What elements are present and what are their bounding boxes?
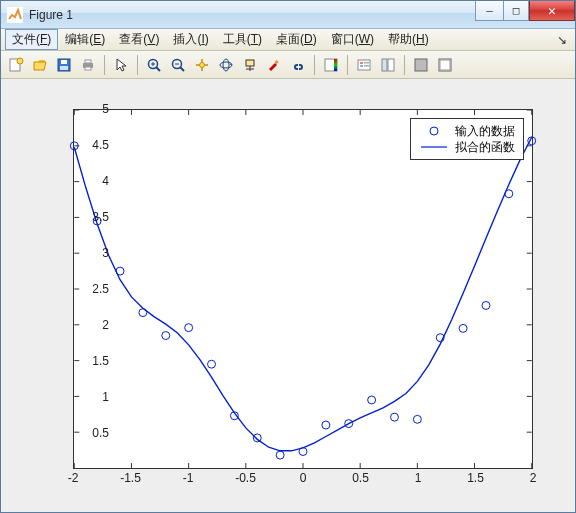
svg-point-15 (200, 62, 205, 67)
toolbar-separator (404, 55, 405, 75)
ytick-label: 3 (69, 246, 109, 260)
legend-icon[interactable] (353, 54, 375, 76)
svg-point-72 (430, 127, 438, 135)
rotate3d-icon[interactable] (215, 54, 237, 76)
menubar: 文件(F)编辑(E)查看(V)插入(I)工具(T)桌面(D)窗口(W)帮助(H)… (1, 29, 575, 51)
menu-d[interactable]: 桌面(D) (269, 29, 324, 50)
ytick-label: 2 (69, 318, 109, 332)
menu-i[interactable]: 插入(I) (166, 29, 215, 50)
pointer-icon[interactable] (110, 54, 132, 76)
window-buttons: – □ ✕ (475, 1, 575, 28)
figure-area: 输入的数据 拟合的函数 0.511.522.533.544.55 -2-1.5-… (1, 79, 575, 512)
datacursor-icon[interactable] (239, 54, 261, 76)
data-point (208, 360, 216, 368)
fit-curve (74, 137, 531, 451)
svg-rect-29 (382, 59, 387, 71)
toolbar-separator (104, 55, 105, 75)
svg-line-9 (156, 67, 160, 71)
xtick-label: 2 (513, 471, 553, 485)
print-icon[interactable] (77, 54, 99, 76)
data-point (322, 421, 330, 429)
zoom-out-icon[interactable] (167, 54, 189, 76)
svg-rect-4 (60, 66, 68, 70)
data-point (253, 434, 261, 442)
brush-icon[interactable] (263, 54, 285, 76)
toolbar-separator (137, 55, 138, 75)
xtick-label: -1.5 (111, 471, 151, 485)
pan-icon[interactable] (191, 54, 213, 76)
ytick-label: 5 (69, 102, 109, 116)
ytick-label: 4.5 (69, 138, 109, 152)
svg-rect-3 (61, 60, 67, 64)
maximize-button[interactable]: □ (503, 1, 529, 21)
svg-rect-28 (364, 65, 369, 67)
toolbar (1, 51, 575, 79)
svg-rect-6 (85, 60, 91, 63)
ytick-label: 1.5 (69, 354, 109, 368)
data-point (391, 413, 399, 421)
svg-rect-7 (85, 67, 91, 70)
xtick-label: -0.5 (226, 471, 266, 485)
legend-item[interactable]: 输入的数据 (419, 123, 515, 139)
close-button[interactable]: ✕ (529, 1, 575, 21)
xtick-label: 0.5 (341, 471, 381, 485)
titlebar[interactable]: Figure 1 – □ ✕ (1, 1, 575, 29)
matlab-icon (7, 7, 23, 23)
menu-f[interactable]: 文件(F) (5, 29, 58, 50)
svg-rect-27 (364, 62, 369, 64)
data-point (505, 190, 513, 198)
colorbar-icon[interactable] (320, 54, 342, 76)
axes[interactable]: 输入的数据 拟合的函数 (73, 109, 533, 469)
legend-marker-icon (419, 124, 449, 138)
ytick-label: 4 (69, 174, 109, 188)
data-point (139, 309, 147, 317)
menubar-overflow-icon[interactable]: ↘ (553, 33, 571, 47)
legend-label: 输入的数据 (455, 123, 515, 139)
menu-e[interactable]: 编辑(E) (58, 29, 112, 50)
menu-v[interactable]: 查看(V) (112, 29, 166, 50)
legend-item[interactable]: 拟合的函数 (419, 139, 515, 155)
svg-line-13 (180, 67, 184, 71)
xtick-label: -2 (53, 471, 93, 485)
legend-label: 拟合的函数 (455, 139, 515, 155)
link-icon[interactable] (287, 54, 309, 76)
new-figure-icon[interactable] (5, 54, 27, 76)
zoom-in-icon[interactable] (143, 54, 165, 76)
svg-rect-32 (439, 59, 451, 71)
ytick-label: 3.5 (69, 210, 109, 224)
svg-point-17 (223, 59, 229, 71)
svg-rect-30 (388, 59, 394, 71)
xtick-label: 1 (398, 471, 438, 485)
svg-point-1 (17, 58, 23, 64)
menu-h[interactable]: 帮助(H) (381, 29, 436, 50)
svg-rect-18 (246, 60, 254, 66)
open-icon[interactable] (29, 54, 51, 76)
legend-line-icon (419, 140, 449, 154)
svg-rect-23 (334, 59, 337, 71)
data-point (459, 324, 467, 332)
menu-w[interactable]: 窗口(W) (324, 29, 381, 50)
showplot-icon[interactable] (434, 54, 456, 76)
ytick-label: 0.5 (69, 426, 109, 440)
menu-t[interactable]: 工具(T) (216, 29, 269, 50)
data-point (276, 451, 284, 459)
xtick-label: -1 (168, 471, 208, 485)
data-point (482, 301, 490, 309)
data-point (299, 448, 307, 456)
toolbar-separator (314, 55, 315, 75)
window-title: Figure 1 (29, 8, 73, 22)
legend[interactable]: 输入的数据 拟合的函数 (410, 118, 524, 160)
xtick-label: 0 (283, 471, 323, 485)
data-point (185, 324, 193, 332)
ytick-label: 1 (69, 390, 109, 404)
hideplot-icon[interactable] (410, 54, 432, 76)
data-point (162, 332, 170, 340)
save-icon[interactable] (53, 54, 75, 76)
plot-canvas (74, 110, 532, 468)
data-point (368, 396, 376, 404)
layout-icon[interactable] (377, 54, 399, 76)
svg-rect-31 (415, 59, 427, 71)
minimize-button[interactable]: – (475, 1, 503, 21)
figure-window: Figure 1 – □ ✕ 文件(F)编辑(E)查看(V)插入(I)工具(T)… (0, 0, 576, 513)
data-point (116, 267, 124, 275)
